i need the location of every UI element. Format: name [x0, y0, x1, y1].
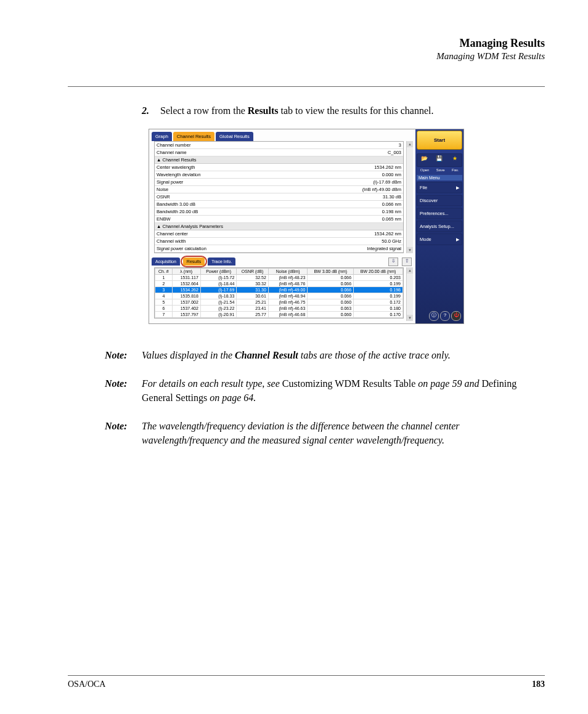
page-number: 183: [532, 680, 545, 689]
channel-details-panel: Channel number3Channel nameC_003▲ Channe…: [154, 141, 404, 253]
detail-label: Wavelength deviation: [157, 172, 382, 177]
column-header[interactable]: λ (nm): [172, 269, 200, 275]
column-header[interactable]: BW 3.00 dB (nm): [308, 269, 354, 275]
detail-label: Bandwidth 20.00 dB: [157, 209, 382, 214]
detail-label: Channel name: [157, 150, 388, 155]
table-cell: 5: [155, 299, 173, 306]
table-cell: 1: [155, 275, 173, 281]
favorite-icon[interactable]: ★: [449, 155, 460, 165]
detail-label: Bandwidth 3.00 dB: [157, 201, 382, 207]
menu-item[interactable]: Analysis Setup...: [417, 221, 462, 232]
table-scrollbar[interactable]: ▲ ▼: [406, 267, 413, 321]
footer-left: OSA/OCA: [68, 680, 105, 689]
detail-value: 3: [399, 142, 401, 148]
table-row[interactable]: 71537.797(i)-20.9125.77(InB nf)-46.680.0…: [155, 312, 403, 318]
table-cell: (i)-15.72: [200, 275, 236, 281]
column-header[interactable]: Power (dBm): [200, 269, 236, 275]
section-header[interactable]: ▲ Channel Analysis Parameters: [155, 223, 403, 230]
detail-label: Signal power calculation: [157, 246, 367, 251]
toolbar-icons: 📂 💾 ★: [417, 153, 462, 167]
detail-row: Bandwidth 3.00 dB0.066 nm: [155, 201, 403, 208]
detail-label: Channel center: [157, 231, 374, 237]
table-cell: (InB nf)-48.94: [268, 293, 308, 299]
table-cell: (InB nf)-46.75: [268, 299, 308, 306]
detail-value: 0.066 nm: [382, 201, 401, 207]
detail-value: C_003: [388, 150, 401, 155]
note-text: Values displayed in the Channel Result t…: [142, 349, 545, 362]
table-cell: 0.060: [308, 299, 354, 306]
detail-label: Noise: [157, 187, 362, 192]
info-button[interactable]: ⓘ: [429, 311, 439, 321]
detail-value: 50.0 GHz: [382, 238, 401, 244]
column-header[interactable]: OSNR (dB): [237, 269, 269, 275]
detail-value: 0.065 nm: [382, 216, 401, 222]
menu-item[interactable]: File▶: [417, 182, 462, 193]
table-cell: 0.063: [308, 306, 354, 312]
table-row[interactable]: 11531.117(i)-15.7232.52(InB nf)-48.230.0…: [155, 275, 403, 281]
table-cell: 0.199: [354, 293, 403, 299]
tab-graph[interactable]: Graph: [152, 132, 172, 141]
column-header[interactable]: Noise (dBm): [268, 269, 308, 275]
table-cell: (i)-20.91: [200, 312, 236, 318]
tab-channel-results[interactable]: Channel Results: [173, 132, 214, 141]
table-row[interactable]: 61537.402(i)-23.2223.41(InB nf)-46.630.0…: [155, 306, 403, 312]
detail-value: 1534.262 nm: [374, 231, 401, 237]
menu-item[interactable]: Preferences...: [417, 208, 462, 219]
upper-tabs: Graph Channel Results Global Results: [149, 129, 415, 141]
scroll-down-icon[interactable]: ▼: [407, 315, 413, 321]
table-cell: 0.060: [308, 312, 354, 318]
table-cell: 0.170: [354, 312, 403, 318]
table-cell: 30.32: [237, 281, 269, 287]
table-cell: (InB nf)-48.76: [268, 281, 308, 287]
table-cell: 1537.797: [172, 312, 200, 318]
note-text: For details on each result type, see Cus…: [142, 377, 545, 405]
step-text-before: Select a row from the: [160, 105, 248, 116]
table-cell: 1535.818: [172, 293, 200, 299]
save-icon[interactable]: 💾: [434, 155, 445, 165]
table-row[interactable]: 51537.002(i)-21.5425.21(InB nf)-46.750.0…: [155, 299, 403, 306]
chapter-title: Managing Results: [68, 37, 545, 50]
detail-row: Noise(InB nf)-49.00 dBm: [155, 186, 403, 193]
details-scrollbar[interactable]: ▲ ▼: [406, 141, 413, 253]
column-header[interactable]: Ch. #: [155, 269, 173, 275]
tab-results[interactable]: Results: [183, 258, 205, 266]
table-cell: 2: [155, 281, 173, 287]
chevron-right-icon: ▶: [456, 185, 459, 190]
help-button[interactable]: ?: [440, 311, 450, 321]
power-button[interactable]: ⏻: [451, 311, 461, 321]
table-row[interactable]: 21532.664(i)-18.4430.32(InB nf)-48.760.0…: [155, 281, 403, 287]
menu-item[interactable]: Mode▶: [417, 233, 462, 245]
table-cell: (i)-23.22: [200, 306, 236, 312]
detail-value: (i)-17.69 dBm: [374, 179, 401, 185]
tab-acquisition[interactable]: Acquisition: [152, 258, 180, 266]
step-text: Select a row from the Results tab to vie…: [160, 105, 545, 116]
detail-value: 1534.262 nm: [374, 164, 401, 170]
fav-label: Fav.: [452, 168, 459, 172]
column-header[interactable]: BW 20.00 dB (nm): [354, 269, 403, 275]
scroll-up-icon[interactable]: ▲: [407, 141, 413, 147]
table-cell: (InB nf)-48.23: [268, 275, 308, 281]
start-button[interactable]: Start: [417, 131, 462, 150]
table-row[interactable]: 31534.262(i)-17.6931.30(InB nf)-49.000.0…: [155, 287, 403, 293]
scroll-up-button[interactable]: ⇧: [402, 258, 412, 266]
tab-trace-info[interactable]: Trace Info.: [208, 258, 235, 266]
detail-value: 0.000 nm: [382, 172, 401, 177]
scroll-up-icon[interactable]: ▲: [407, 267, 413, 274]
table-cell: 0.203: [354, 275, 403, 281]
menu-item[interactable]: Discover: [417, 195, 462, 206]
table-row[interactable]: 41535.818(i)-18.3330.61(InB nf)-48.940.0…: [155, 293, 403, 299]
scroll-down-icon[interactable]: ▼: [407, 247, 413, 253]
detail-row: Wavelength deviation0.000 nm: [155, 171, 403, 179]
section-header[interactable]: ▲ Channel Results: [155, 156, 403, 164]
tab-global-results[interactable]: Global Results: [216, 132, 253, 141]
detail-row: ENBW0.065 nm: [155, 216, 403, 223]
table-cell: 0.180: [354, 306, 403, 312]
table-cell: (i)-17.69: [200, 287, 236, 293]
table-cell: 30.61: [237, 293, 269, 299]
detail-row: OSNR31.30 dB: [155, 193, 403, 201]
table-cell: 0.172: [354, 299, 403, 306]
scroll-down-button[interactable]: ⇩: [388, 258, 398, 266]
open-icon[interactable]: 📂: [419, 155, 430, 165]
detail-label: ENBW: [157, 216, 382, 222]
section-title: Managing WDM Test Results: [68, 51, 545, 62]
